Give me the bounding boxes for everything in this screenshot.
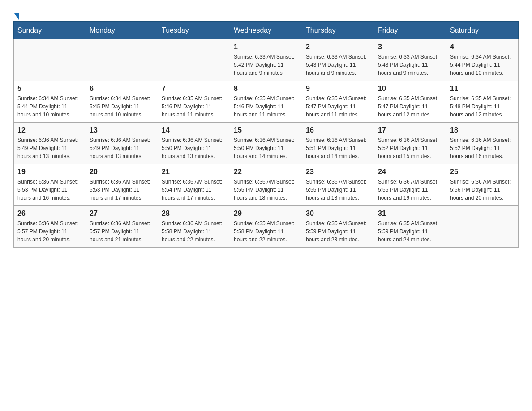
day-info: Sunrise: 6:36 AM Sunset: 5:58 PM Dayligh… <box>162 219 226 244</box>
calendar-cell: 23Sunrise: 6:36 AM Sunset: 5:55 PM Dayli… <box>302 164 374 206</box>
calendar-cell: 2Sunrise: 6:33 AM Sunset: 5:43 PM Daylig… <box>302 39 374 81</box>
calendar-table: SundayMondayTuesdayWednesdayThursdayFrid… <box>13 21 519 248</box>
calendar-cell: 29Sunrise: 6:35 AM Sunset: 5:58 PM Dayli… <box>230 206 302 248</box>
logo-triangle-icon <box>14 13 19 20</box>
day-number: 12 <box>17 126 82 134</box>
day-info: Sunrise: 6:34 AM Sunset: 5:44 PM Dayligh… <box>450 53 515 77</box>
calendar-cell: 11Sunrise: 6:35 AM Sunset: 5:48 PM Dayli… <box>446 81 519 123</box>
day-info: Sunrise: 6:36 AM Sunset: 5:50 PM Dayligh… <box>162 136 226 160</box>
calendar-week-row-5: 26Sunrise: 6:36 AM Sunset: 5:57 PM Dayli… <box>14 206 519 248</box>
calendar-cell: 30Sunrise: 6:35 AM Sunset: 5:59 PM Dayli… <box>302 206 374 248</box>
calendar-cell: 22Sunrise: 6:36 AM Sunset: 5:55 PM Dayli… <box>230 164 302 206</box>
day-info: Sunrise: 6:36 AM Sunset: 5:50 PM Dayligh… <box>234 136 298 160</box>
calendar-week-row-4: 19Sunrise: 6:36 AM Sunset: 5:53 PM Dayli… <box>14 164 519 206</box>
day-number: 26 <box>17 210 82 218</box>
day-info: Sunrise: 6:35 AM Sunset: 5:47 PM Dayligh… <box>378 94 442 119</box>
calendar-cell <box>14 39 86 81</box>
day-number: 25 <box>450 168 515 176</box>
day-number: 22 <box>234 168 298 176</box>
calendar-cell: 1Sunrise: 6:33 AM Sunset: 5:42 PM Daylig… <box>230 39 302 81</box>
calendar-cell: 4Sunrise: 6:34 AM Sunset: 5:44 PM Daylig… <box>446 39 519 81</box>
day-number: 17 <box>378 126 442 134</box>
calendar-cell: 18Sunrise: 6:36 AM Sunset: 5:52 PM Dayli… <box>446 123 519 164</box>
day-info: Sunrise: 6:36 AM Sunset: 5:55 PM Dayligh… <box>234 178 298 202</box>
day-info: Sunrise: 6:36 AM Sunset: 5:56 PM Dayligh… <box>378 178 442 202</box>
day-number: 8 <box>234 85 298 93</box>
day-info: Sunrise: 6:35 AM Sunset: 5:48 PM Dayligh… <box>450 94 515 119</box>
calendar-cell: 20Sunrise: 6:36 AM Sunset: 5:53 PM Dayli… <box>86 164 158 206</box>
calendar-cell: 12Sunrise: 6:36 AM Sunset: 5:49 PM Dayli… <box>14 123 86 164</box>
calendar-cell: 17Sunrise: 6:36 AM Sunset: 5:52 PM Dayli… <box>374 123 446 164</box>
calendar-cell: 14Sunrise: 6:36 AM Sunset: 5:50 PM Dayli… <box>158 123 230 164</box>
weekday-header-tuesday: Tuesday <box>158 22 230 39</box>
calendar-cell: 26Sunrise: 6:36 AM Sunset: 5:57 PM Dayli… <box>14 206 86 248</box>
calendar-cell: 10Sunrise: 6:35 AM Sunset: 5:47 PM Dayli… <box>374 81 446 123</box>
day-number: 20 <box>90 168 154 176</box>
weekday-header-saturday: Saturday <box>446 22 519 39</box>
calendar-cell <box>158 39 230 81</box>
day-info: Sunrise: 6:36 AM Sunset: 5:49 PM Dayligh… <box>17 136 82 160</box>
calendar-cell: 25Sunrise: 6:36 AM Sunset: 5:56 PM Dayli… <box>446 164 519 206</box>
day-info: Sunrise: 6:35 AM Sunset: 5:47 PM Dayligh… <box>306 94 370 119</box>
day-number: 4 <box>450 43 515 51</box>
day-number: 30 <box>306 210 370 218</box>
calendar-cell: 28Sunrise: 6:36 AM Sunset: 5:58 PM Dayli… <box>158 206 230 248</box>
day-number: 7 <box>162 85 226 93</box>
calendar-week-row-3: 12Sunrise: 6:36 AM Sunset: 5:49 PM Dayli… <box>14 123 519 164</box>
day-info: Sunrise: 6:33 AM Sunset: 5:43 PM Dayligh… <box>378 53 442 77</box>
day-info: Sunrise: 6:36 AM Sunset: 5:56 PM Dayligh… <box>450 178 515 202</box>
weekday-header-thursday: Thursday <box>302 22 374 39</box>
day-number: 29 <box>234 210 298 218</box>
day-info: Sunrise: 6:36 AM Sunset: 5:57 PM Dayligh… <box>90 219 154 244</box>
day-number: 23 <box>306 168 370 176</box>
day-info: Sunrise: 6:36 AM Sunset: 5:55 PM Dayligh… <box>306 178 370 202</box>
weekday-header-friday: Friday <box>374 22 446 39</box>
day-number: 15 <box>234 126 298 134</box>
day-number: 1 <box>234 43 298 51</box>
day-info: Sunrise: 6:36 AM Sunset: 5:54 PM Dayligh… <box>162 178 226 202</box>
weekday-header-row: SundayMondayTuesdayWednesdayThursdayFrid… <box>14 22 519 39</box>
calendar-cell: 19Sunrise: 6:36 AM Sunset: 5:53 PM Dayli… <box>14 164 86 206</box>
day-info: Sunrise: 6:36 AM Sunset: 5:53 PM Dayligh… <box>17 178 82 202</box>
day-number: 21 <box>162 168 226 176</box>
day-number: 31 <box>378 210 442 218</box>
day-info: Sunrise: 6:33 AM Sunset: 5:43 PM Dayligh… <box>306 53 370 77</box>
day-number: 3 <box>378 43 442 51</box>
day-number: 16 <box>306 126 370 134</box>
day-info: Sunrise: 6:36 AM Sunset: 5:52 PM Dayligh… <box>378 136 442 160</box>
day-number: 14 <box>162 126 226 134</box>
day-number: 13 <box>90 126 154 134</box>
weekday-header-monday: Monday <box>86 22 158 39</box>
day-number: 5 <box>17 85 82 93</box>
day-info: Sunrise: 6:36 AM Sunset: 5:53 PM Dayligh… <box>90 178 154 202</box>
day-info: Sunrise: 6:34 AM Sunset: 5:45 PM Dayligh… <box>90 94 154 119</box>
day-info: Sunrise: 6:35 AM Sunset: 5:59 PM Dayligh… <box>306 219 370 244</box>
calendar-cell: 16Sunrise: 6:36 AM Sunset: 5:51 PM Dayli… <box>302 123 374 164</box>
day-info: Sunrise: 6:36 AM Sunset: 5:52 PM Dayligh… <box>450 136 515 160</box>
calendar-cell <box>86 39 158 81</box>
calendar-cell: 3Sunrise: 6:33 AM Sunset: 5:43 PM Daylig… <box>374 39 446 81</box>
weekday-header-sunday: Sunday <box>14 22 86 39</box>
day-number: 24 <box>378 168 442 176</box>
day-info: Sunrise: 6:35 AM Sunset: 5:46 PM Dayligh… <box>162 94 226 119</box>
weekday-header-wednesday: Wednesday <box>230 22 302 39</box>
calendar-cell: 24Sunrise: 6:36 AM Sunset: 5:56 PM Dayli… <box>374 164 446 206</box>
calendar-cell: 27Sunrise: 6:36 AM Sunset: 5:57 PM Dayli… <box>86 206 158 248</box>
day-info: Sunrise: 6:33 AM Sunset: 5:42 PM Dayligh… <box>234 53 298 77</box>
calendar-cell: 31Sunrise: 6:35 AM Sunset: 5:59 PM Dayli… <box>374 206 446 248</box>
calendar-cell: 21Sunrise: 6:36 AM Sunset: 5:54 PM Dayli… <box>158 164 230 206</box>
calendar-cell: 9Sunrise: 6:35 AM Sunset: 5:47 PM Daylig… <box>302 81 374 123</box>
day-info: Sunrise: 6:34 AM Sunset: 5:44 PM Dayligh… <box>17 94 82 119</box>
calendar-cell: 13Sunrise: 6:36 AM Sunset: 5:49 PM Dayli… <box>86 123 158 164</box>
day-number: 18 <box>450 126 515 134</box>
calendar-cell: 15Sunrise: 6:36 AM Sunset: 5:50 PM Dayli… <box>230 123 302 164</box>
day-number: 9 <box>306 85 370 93</box>
calendar-week-row-2: 5Sunrise: 6:34 AM Sunset: 5:44 PM Daylig… <box>14 81 519 123</box>
page-header <box>13 9 519 17</box>
day-info: Sunrise: 6:36 AM Sunset: 5:57 PM Dayligh… <box>17 219 82 244</box>
calendar-cell: 6Sunrise: 6:34 AM Sunset: 5:45 PM Daylig… <box>86 81 158 123</box>
day-number: 6 <box>90 85 154 93</box>
day-number: 10 <box>378 85 442 93</box>
calendar-cell <box>446 206 519 248</box>
day-number: 2 <box>306 43 370 51</box>
